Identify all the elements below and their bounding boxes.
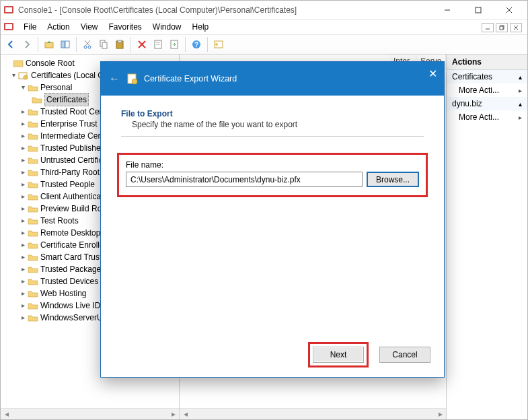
twisty-closed-icon[interactable]: ▸ (18, 215, 28, 227)
chevron-right-icon: ▸ (519, 114, 522, 121)
twisty-closed-icon[interactable]: ▸ (18, 203, 28, 215)
svg-rect-10 (500, 26, 503, 30)
close-button[interactable] (494, 1, 525, 20)
twisty-closed-icon[interactable]: ▸ (18, 263, 28, 275)
tree-item-label: Intermediate Certifi (40, 130, 108, 142)
twisty-closed-icon[interactable]: ▸ (18, 251, 28, 263)
menu-help[interactable]: Help (187, 20, 215, 34)
up-button[interactable] (42, 37, 56, 52)
folder-icon (28, 131, 38, 141)
svg-rect-3 (476, 7, 481, 13)
menu-action[interactable]: Action (42, 20, 75, 34)
folder-icon (28, 289, 38, 298)
menu-view[interactable]: View (75, 20, 104, 34)
twisty-closed-icon[interactable]: ▸ (18, 118, 28, 130)
certificates-store-icon (18, 71, 29, 80)
svg-line-19 (85, 40, 89, 46)
tree-item-label: Certificate Enrollm (40, 239, 106, 251)
twisty-open-icon[interactable]: ▾ (9, 69, 18, 81)
actions-group-dynubiz[interactable]: dynu.biz ▴ (447, 97, 527, 110)
actions-group-label: Certificates (452, 72, 492, 81)
cancel-button[interactable]: Cancel (379, 347, 430, 363)
back-button[interactable] (3, 37, 18, 52)
paste-button[interactable] (112, 37, 127, 52)
twisty-closed-icon[interactable]: ▸ (18, 287, 28, 300)
properties-button[interactable] (151, 37, 165, 52)
cut-button[interactable] (80, 37, 95, 52)
svg-rect-34 (13, 61, 23, 67)
tree-item-label: Trusted Publishers (40, 142, 108, 154)
twisty-open-icon[interactable]: ▾ (18, 81, 28, 94)
menu-file[interactable]: File (18, 20, 42, 34)
show-hide-tree-button[interactable] (58, 37, 73, 52)
tree-personal-label: Personal (40, 81, 72, 94)
twisty-closed-icon[interactable]: ▸ (18, 142, 28, 154)
certificate-icon (126, 73, 139, 85)
folder-icon (28, 180, 38, 189)
scroll-left-icon[interactable]: ◂ (180, 409, 191, 420)
filename-label: File name: (126, 160, 419, 170)
menu-favorites[interactable]: Favorites (104, 20, 147, 34)
twisty-closed-icon[interactable]: ▸ (18, 227, 28, 239)
wizard-subtext: Specify the name of the file you want to… (121, 118, 424, 136)
actions-more-certificates[interactable]: More Acti... ▸ (447, 83, 527, 97)
help-button[interactable]: ? (189, 37, 204, 52)
tree-item-label: Third-Party Root C (40, 166, 108, 178)
svg-rect-21 (102, 42, 107, 48)
mdi-minimize-button[interactable] (482, 23, 494, 32)
twisty-closed-icon[interactable]: ▸ (18, 166, 28, 178)
tree-item-label: Remote Desktop (40, 227, 100, 239)
wizard-close-button[interactable]: ✕ (428, 67, 437, 80)
copy-button[interactable] (96, 37, 111, 52)
tree-horizontal-scrollbar[interactable]: ◂ ▸ (1, 408, 179, 419)
actions-more-label: More Acti... (459, 112, 499, 122)
maximize-button[interactable] (463, 1, 494, 20)
svg-rect-23 (118, 40, 122, 42)
twisty-closed-icon[interactable]: ▸ (18, 239, 28, 251)
folder-icon (28, 83, 38, 92)
certificates-toolbar-button[interactable] (211, 37, 226, 52)
twisty-closed-icon[interactable]: ▸ (18, 130, 28, 142)
mdi-close-button[interactable] (510, 23, 522, 32)
next-button[interactable]: Next (313, 347, 364, 363)
folder-icon (28, 168, 38, 177)
wizard-back-button[interactable]: ← (109, 73, 120, 85)
collapse-arrow-icon: ▴ (519, 100, 522, 108)
twisty-closed-icon[interactable]: ▸ (18, 178, 28, 190)
twisty-closed-icon[interactable]: ▸ (18, 106, 28, 118)
actions-pane: Actions Certificates ▴ More Acti... ▸ dy… (447, 55, 527, 419)
actions-group-certificates[interactable]: Certificates ▴ (447, 70, 527, 83)
minimize-button[interactable] (432, 1, 463, 20)
tree-item-label: Enterprise Trust (40, 118, 98, 130)
browse-button[interactable]: Browse... (367, 172, 419, 187)
scroll-left-icon[interactable]: ◂ (1, 409, 12, 420)
wizard-divider (121, 136, 424, 137)
tree-item-label: Trusted People (40, 178, 95, 190)
tree-item-label: Test Roots (40, 215, 79, 227)
tree-item-label: Untrusted Certificat (40, 154, 110, 166)
menu-window[interactable]: Window (147, 20, 187, 34)
actions-more-label: More Acti... (459, 85, 499, 95)
actions-more-dynubiz[interactable]: More Acti... ▸ (447, 110, 527, 124)
folder-icon (28, 252, 38, 262)
twisty-closed-icon[interactable]: ▸ (18, 275, 28, 287)
scroll-right-icon[interactable]: ▸ (435, 409, 446, 420)
collapse-arrow-icon: ▴ (519, 73, 522, 81)
folder-icon (28, 216, 38, 225)
tree-item-label: Web Hosting (40, 287, 86, 300)
delete-button[interactable] (135, 37, 149, 52)
scroll-right-icon[interactable]: ▸ (167, 409, 179, 420)
svg-rect-7 (5, 24, 12, 29)
forward-button[interactable] (20, 37, 34, 52)
twisty-closed-icon[interactable]: ▸ (18, 154, 28, 166)
wizard-heading: File to Export (121, 109, 424, 118)
twisty-closed-icon[interactable]: ▸ (18, 300, 28, 312)
twisty-closed-icon[interactable]: ▸ (18, 190, 28, 203)
list-horizontal-scrollbar[interactable]: ◂ ▸ (180, 408, 446, 419)
wizard-title: Certificate Export Wizard (144, 74, 237, 83)
export-list-button[interactable] (167, 37, 182, 52)
mdi-restore-button[interactable] (496, 23, 508, 32)
twisty-closed-icon[interactable]: ▸ (18, 312, 28, 324)
filename-input[interactable] (126, 172, 363, 187)
tree-item-label: Client Authenticatio (40, 190, 110, 203)
